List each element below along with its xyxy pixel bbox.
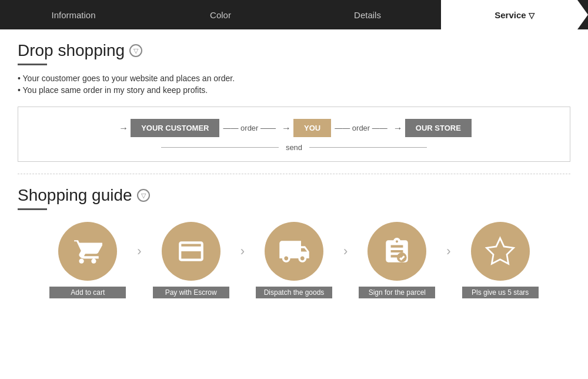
guide-label-3: Dispatch the goods <box>256 287 332 298</box>
shopping-guide-underline <box>18 208 47 210</box>
drop-shopping-toggle-icon[interactable]: ▽ <box>129 44 142 57</box>
guide-step-3: Dispatch the goods <box>247 222 341 298</box>
flow-bottom-row: send <box>36 143 552 152</box>
flow-send-label: send <box>286 143 302 152</box>
flow-label-order-2: —— order —— <box>335 124 387 132</box>
flow-label-order-1: —— order —— <box>223 124 276 132</box>
arrow-mid-2: → <box>393 123 403 134</box>
cart-icon <box>73 237 102 266</box>
bullet-item-2: You place same order in my story and kee… <box>18 85 570 95</box>
chevron-icon-2: › <box>240 244 245 259</box>
flow-send-line-right <box>309 147 427 148</box>
chevron-icon-3: › <box>343 244 348 259</box>
guide-circle-2 <box>162 222 220 281</box>
card-icon <box>176 237 206 266</box>
drop-shopping-underline <box>18 64 47 65</box>
shopping-guide-title: Shopping guide ▽ <box>18 186 570 205</box>
bullet-item-1: Your coustomer goes to your website and … <box>18 74 570 83</box>
drop-shopping-title: Drop shopping ▽ <box>18 41 570 60</box>
drop-shopping-bullets: Your coustomer goes to your website and … <box>18 74 570 95</box>
nav-item-details[interactable]: Details <box>294 0 441 29</box>
star-icon <box>484 235 516 268</box>
shopping-guide-toggle-icon[interactable]: ▽ <box>137 189 150 202</box>
flow-box-you: YOU <box>293 119 331 137</box>
arrow-start: → <box>119 123 128 134</box>
chevron-icon-1: › <box>137 244 141 259</box>
guide-label-4: Sign for the parcel <box>359 287 435 298</box>
guide-label-2: Pay with Escrow <box>153 287 229 298</box>
flow-send-line-left <box>161 147 279 148</box>
top-navigation: Information Color Details Service ▽ <box>0 0 588 29</box>
guide-circle-5 <box>471 222 530 281</box>
nav-item-color[interactable]: Color <box>147 0 294 29</box>
main-content: Drop shopping ▽ Your coustomer goes to y… <box>0 29 588 310</box>
guide-circle-4 <box>368 222 426 281</box>
guide-label-5: Pls give us 5 stars <box>462 287 539 298</box>
flow-diagram: → YOUR CUSTOMER —— order —— → YOU —— ord… <box>18 107 570 162</box>
truck-icon <box>278 235 310 268</box>
guide-step-2: Pay with Escrow <box>144 222 238 298</box>
flow-top-row: → YOUR CUSTOMER —— order —— → YOU —— ord… <box>36 119 552 137</box>
guide-label-1: Add to cart <box>49 287 126 298</box>
arrow-mid-1: → <box>282 123 291 134</box>
flow-box-customer: YOUR CUSTOMER <box>131 119 219 137</box>
guide-step-1: Add to cart <box>41 222 135 298</box>
shopping-guide-section: Shopping guide ▽ Add to cart › <box>18 186 570 298</box>
section-divider <box>18 174 570 174</box>
guide-step-4: Sign for the parcel <box>350 222 444 298</box>
nav-item-information[interactable]: Information <box>0 0 147 29</box>
chevron-icon-4: › <box>446 244 450 259</box>
guide-circle-1 <box>58 222 117 281</box>
flow-box-store: OUR STORE <box>405 119 472 137</box>
nav-item-service[interactable]: Service ▽ <box>441 0 588 29</box>
guide-circle-3 <box>265 222 323 281</box>
clipboard-icon <box>382 237 412 266</box>
guide-icons-row: Add to cart › Pay with Escrow › <box>18 222 570 298</box>
guide-step-5: Pls give us 5 stars <box>453 222 547 298</box>
drop-shopping-section: Drop shopping ▽ Your coustomer goes to y… <box>18 41 570 162</box>
